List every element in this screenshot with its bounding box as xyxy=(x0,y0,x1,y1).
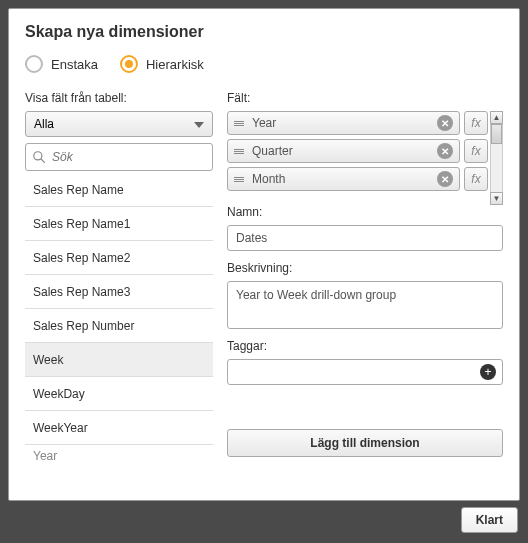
field-search[interactable] xyxy=(25,143,213,171)
list-item[interactable]: Sales Rep Name xyxy=(25,173,213,207)
scroll-down-icon[interactable]: ▼ xyxy=(490,192,503,205)
list-item[interactable]: Year xyxy=(25,445,213,463)
list-item[interactable]: Sales Rep Name1 xyxy=(25,207,213,241)
description-label: Beskrivning: xyxy=(227,261,503,275)
list-item[interactable]: Sales Rep Name2 xyxy=(25,241,213,275)
scroll-thumb[interactable] xyxy=(491,124,502,144)
list-item[interactable]: Sales Rep Number xyxy=(25,309,213,343)
table-filter-dropdown[interactable]: Alla xyxy=(25,111,213,137)
name-input[interactable] xyxy=(227,225,503,251)
drag-handle-icon[interactable] xyxy=(234,121,244,126)
drag-handle-icon[interactable] xyxy=(234,177,244,182)
search-icon xyxy=(32,150,46,164)
field-list: Sales Rep Name Sales Rep Name1 Sales Rep… xyxy=(25,173,213,463)
remove-field-icon[interactable]: ✕ xyxy=(437,143,453,159)
radio-hierarchical[interactable]: Hierarkisk xyxy=(120,55,204,73)
radio-icon xyxy=(25,55,43,73)
tags-label: Taggar: xyxy=(227,339,503,353)
create-dimensions-dialog: Skapa nya dimensioner Enstaka Hierarkisk… xyxy=(8,8,520,501)
description-input[interactable] xyxy=(227,281,503,329)
svg-point-0 xyxy=(34,152,42,160)
expression-button[interactable]: fx xyxy=(464,111,488,135)
field-chip[interactable]: Year ✕ xyxy=(227,111,460,135)
add-tag-icon[interactable]: + xyxy=(480,364,496,380)
scroll-track[interactable] xyxy=(490,124,503,192)
remove-field-icon[interactable]: ✕ xyxy=(437,115,453,131)
radio-label: Hierarkisk xyxy=(146,57,204,72)
field-chip[interactable]: Month ✕ xyxy=(227,167,460,191)
field-name: Month xyxy=(252,172,285,186)
search-input[interactable] xyxy=(52,150,206,164)
table-filter-label: Visa fält från tabell: xyxy=(25,91,213,105)
list-item[interactable]: WeekYear xyxy=(25,411,213,445)
drag-handle-icon[interactable] xyxy=(234,149,244,154)
dialog-title: Skapa nya dimensioner xyxy=(25,23,503,41)
list-item[interactable]: WeekDay xyxy=(25,377,213,411)
field-name: Year xyxy=(252,116,276,130)
list-item[interactable]: Sales Rep Name3 xyxy=(25,275,213,309)
field-name: Quarter xyxy=(252,144,293,158)
dropdown-value: Alla xyxy=(34,117,54,131)
remove-field-icon[interactable]: ✕ xyxy=(437,171,453,187)
radio-icon xyxy=(120,55,138,73)
list-item[interactable]: Week xyxy=(25,343,213,377)
tags-input[interactable]: + xyxy=(227,359,503,385)
radio-label: Enstaka xyxy=(51,57,98,72)
radio-single[interactable]: Enstaka xyxy=(25,55,98,73)
name-label: Namn: xyxy=(227,205,503,219)
add-dimension-button[interactable]: Lägg till dimension xyxy=(227,429,503,457)
selected-fields: Year ✕ fx Quarter ✕ fx xyxy=(227,111,488,195)
expression-button[interactable]: fx xyxy=(464,167,488,191)
dimension-type-radios: Enstaka Hierarkisk xyxy=(25,55,503,73)
fields-label: Fält: xyxy=(227,91,503,105)
done-button[interactable]: Klart xyxy=(461,507,518,533)
fields-scrollbar[interactable]: ▲ ▼ xyxy=(490,111,503,205)
scroll-up-icon[interactable]: ▲ xyxy=(490,111,503,124)
expression-button[interactable]: fx xyxy=(464,139,488,163)
field-chip[interactable]: Quarter ✕ xyxy=(227,139,460,163)
svg-line-1 xyxy=(41,159,45,163)
